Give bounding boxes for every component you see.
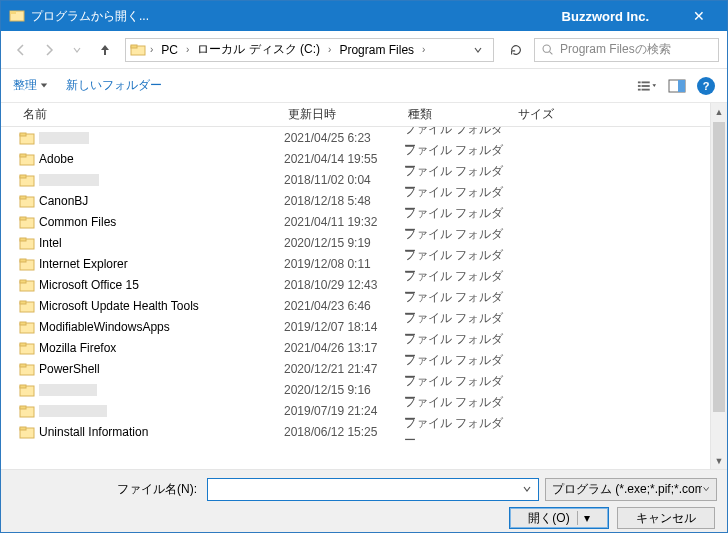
- footer: ファイル名(N): プログラム (*.exe;*.pif;*.com;*.bat…: [1, 469, 727, 532]
- file-type: ファイル フォルダー: [404, 415, 514, 443]
- svg-rect-11: [642, 88, 650, 90]
- file-name: Intel: [39, 236, 62, 250]
- chevron-right-icon[interactable]: ›: [326, 44, 333, 55]
- filename-field[interactable]: [212, 482, 520, 496]
- file-type-filter[interactable]: プログラム (*.exe;*.pif;*.com;*.bat: [545, 478, 717, 501]
- column-headers: 名前 更新日時 種類 サイズ: [1, 103, 710, 127]
- scroll-up-icon[interactable]: ▲: [711, 103, 727, 120]
- search-input[interactable]: Program Filesの検索: [534, 38, 719, 62]
- file-date: 2018/12/18 5:48: [284, 194, 404, 208]
- address-dropdown[interactable]: [467, 45, 489, 55]
- organize-button[interactable]: 整理: [13, 77, 48, 94]
- file-date: 2021/04/11 19:32: [284, 215, 404, 229]
- column-size[interactable]: サイズ: [514, 103, 594, 126]
- svg-rect-9: [642, 85, 650, 87]
- svg-rect-6: [638, 81, 641, 83]
- file-date: 2020/12/21 21:47: [284, 362, 404, 376]
- table-row[interactable]: Internet Explorer2019/12/08 0:11ファイル フォル…: [1, 253, 710, 274]
- close-button[interactable]: ✕: [679, 8, 719, 24]
- brand-label: Buzzword Inc.: [562, 9, 649, 24]
- file-date: 2018/10/29 12:43: [284, 278, 404, 292]
- table-row[interactable]: CanonBJ2018/12/18 5:48ファイル フォルダー: [1, 190, 710, 211]
- help-button[interactable]: ?: [697, 77, 715, 95]
- file-date: 2018/11/02 0:04: [284, 173, 404, 187]
- cancel-button[interactable]: キャンセル: [617, 507, 715, 529]
- table-row[interactable]: Intel2020/12/15 9:19ファイル フォルダー: [1, 232, 710, 253]
- file-name: CanonBJ: [39, 194, 88, 208]
- file-date: 2021/04/25 6:23: [284, 131, 404, 145]
- crumb-pc[interactable]: PC: [157, 43, 182, 57]
- new-folder-button[interactable]: 新しいフォルダー: [66, 77, 162, 94]
- table-row[interactable]: Microsoft Office 152018/10/29 12:43ファイル …: [1, 274, 710, 295]
- table-row[interactable]: Mozilla Firefox2021/04/26 13:17ファイル フォルダ…: [1, 337, 710, 358]
- folder-icon: [19, 257, 35, 271]
- folder-icon: [19, 320, 35, 334]
- crumb-disk[interactable]: ローカル ディスク (C:): [193, 41, 324, 58]
- file-date: 2021/04/23 6:46: [284, 299, 404, 313]
- table-row[interactable]: ModifiableWindowsApps2019/12/07 18:14ファイ…: [1, 316, 710, 337]
- forward-button[interactable]: [37, 38, 61, 62]
- scroll-thumb[interactable]: [713, 122, 725, 412]
- up-button[interactable]: [93, 38, 117, 62]
- chevron-right-icon[interactable]: ›: [420, 44, 427, 55]
- svg-rect-39: [20, 385, 26, 388]
- column-date[interactable]: 更新日時: [284, 103, 404, 126]
- column-name[interactable]: 名前: [19, 103, 284, 126]
- back-button[interactable]: [9, 38, 33, 62]
- address-bar[interactable]: › PC › ローカル ディスク (C:) › Program Files ›: [125, 38, 494, 62]
- table-row[interactable]: 2018/11/02 0:04ファイル フォルダー: [1, 169, 710, 190]
- file-name: Common Files: [39, 215, 116, 229]
- file-date: 2021/04/26 13:17: [284, 341, 404, 355]
- table-row[interactable]: Adobe2021/04/14 19:55ファイル フォルダー: [1, 148, 710, 169]
- chevron-right-icon[interactable]: ›: [148, 44, 155, 55]
- file-name: Adobe: [39, 152, 74, 166]
- table-row[interactable]: Common Files2021/04/11 19:32ファイル フォルダー: [1, 211, 710, 232]
- svg-rect-25: [20, 238, 26, 241]
- toolbar: 整理 新しいフォルダー ?: [1, 69, 727, 103]
- refresh-button[interactable]: [502, 38, 530, 62]
- svg-line-5: [550, 52, 553, 55]
- filename-label: ファイル名(N):: [11, 481, 201, 498]
- column-type[interactable]: 種類: [404, 103, 514, 126]
- file-date: 2019/07/19 21:24: [284, 404, 404, 418]
- preview-pane-button[interactable]: [667, 77, 687, 95]
- svg-rect-10: [638, 88, 641, 90]
- table-row[interactable]: 2020/12/15 9:16ファイル フォルダー: [1, 379, 710, 400]
- titlebar: プログラムから開く... Buzzword Inc. ✕: [1, 1, 727, 31]
- file-list-area: 名前 更新日時 種類 サイズ 2021/04/25 6:23ファイル フォルダー…: [1, 103, 727, 469]
- svg-rect-23: [20, 217, 26, 220]
- folder-icon: [19, 425, 35, 439]
- chevron-right-icon[interactable]: ›: [184, 44, 191, 55]
- folder-icon: [19, 278, 35, 292]
- svg-rect-19: [20, 175, 26, 178]
- navbar: › PC › ローカル ディスク (C:) › Program Files › …: [1, 31, 727, 69]
- table-row[interactable]: 2021/04/25 6:23ファイル フォルダー: [1, 127, 710, 148]
- vertical-scrollbar[interactable]: ▲ ▼: [710, 103, 727, 469]
- svg-rect-21: [20, 196, 26, 199]
- crumb-folder[interactable]: Program Files: [335, 43, 418, 57]
- svg-rect-8: [638, 85, 641, 87]
- folder-icon: [19, 152, 35, 166]
- filename-dropdown[interactable]: [520, 484, 534, 494]
- file-name: PowerShell: [39, 362, 100, 376]
- svg-rect-3: [131, 45, 137, 48]
- file-date: 2020/12/15 9:19: [284, 236, 404, 250]
- view-options-button[interactable]: [637, 77, 657, 95]
- svg-rect-31: [20, 301, 26, 304]
- svg-rect-15: [20, 133, 26, 136]
- folder-icon: [130, 42, 146, 58]
- filename-input[interactable]: [207, 478, 539, 501]
- table-row[interactable]: Uninstall Information2018/06/12 15:25ファイ…: [1, 421, 710, 442]
- open-button[interactable]: 開く(O) ▾: [509, 507, 609, 529]
- recent-dropdown[interactable]: [65, 38, 89, 62]
- folder-icon: [19, 383, 35, 397]
- table-row[interactable]: Microsoft Update Health Tools2021/04/23 …: [1, 295, 710, 316]
- file-name: Microsoft Office 15: [39, 278, 139, 292]
- folder-icon: [19, 194, 35, 208]
- table-row[interactable]: 2019/07/19 21:24ファイル フォルダー: [1, 400, 710, 421]
- scroll-down-icon[interactable]: ▼: [711, 452, 727, 469]
- file-name: Internet Explorer: [39, 257, 128, 271]
- table-row[interactable]: PowerShell2020/12/21 21:47ファイル フォルダー: [1, 358, 710, 379]
- svg-rect-13: [678, 80, 685, 92]
- folder-icon: [19, 362, 35, 376]
